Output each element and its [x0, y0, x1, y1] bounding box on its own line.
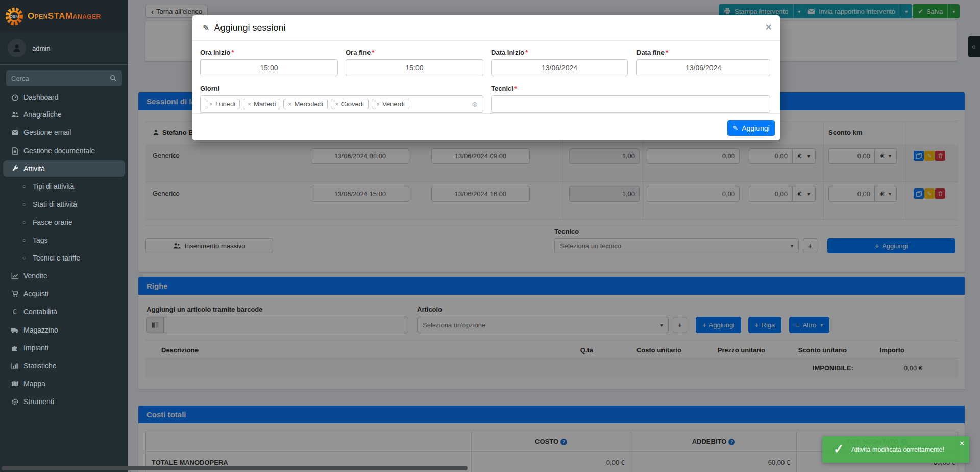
toast-message: Attività modificata correttamente!: [851, 446, 944, 453]
sidebar-item-label: Mappa: [23, 380, 45, 388]
sidebar: OSM OpenSTAManager admin Cerca Dashboard…: [0, 0, 128, 472]
sidebar-item-label: Vendite: [23, 272, 47, 280]
sidebar-item-mappa[interactable]: Mappa: [0, 375, 128, 392]
users-icon: [10, 111, 19, 118]
data-fine-label-text: Data fine: [636, 49, 665, 56]
sidebar-item-label: Gestione email: [23, 128, 71, 136]
sidebar-item-gestione-documentale[interactable]: Gestione documentale: [0, 143, 128, 159]
clear-all-icon[interactable]: ⊗: [472, 100, 478, 108]
envelope-icon: [10, 129, 19, 135]
circle-icon: ○: [19, 219, 29, 225]
circle-icon: ○: [19, 183, 29, 190]
search-placeholder: Cerca: [11, 75, 29, 82]
modal-header: ✎ Aggiungi sessioni: [192, 15, 780, 41]
sidebar-item-dashboard[interactable]: Dashboard: [0, 89, 128, 105]
ora-inizio-label-text: Ora inizio: [200, 49, 230, 56]
tecnici-label: Tecnici*: [491, 85, 517, 92]
brand-header[interactable]: OSM OpenSTAManager: [0, 0, 128, 32]
sidebar-item-vendite[interactable]: Vendite: [0, 268, 128, 284]
sidebar-item-fasce-orarie[interactable]: ○ Fasce orarie: [0, 214, 128, 230]
day-tag-label: Giovedi: [341, 100, 364, 108]
required-asterisk: *: [514, 85, 517, 92]
day-tag-label: Venerdi: [382, 100, 405, 108]
app-window: ‹ Torna all'elenco Stampa intervento ▾ I…: [0, 0, 980, 472]
cart-icon: [10, 290, 19, 297]
sidebar-item-label: Gestione documentale: [23, 147, 95, 155]
tecnici-label-text: Tecnici: [491, 85, 513, 92]
day-tag: ×Giovedi: [331, 99, 369, 109]
ora-fine-input[interactable]: [346, 59, 483, 76]
sidebar-item-magazzino[interactable]: Magazzino: [0, 322, 128, 338]
pencil-square-icon: ✎: [732, 124, 738, 132]
sidebar-item-label: Attività: [23, 164, 45, 173]
day-tag-label: Lunedi: [215, 100, 235, 108]
ora-inizio-input[interactable]: [200, 59, 338, 76]
day-tag: ×Venerdi: [372, 99, 409, 109]
sidebar-item-label: Magazzino: [23, 326, 58, 334]
sidebar-item-impianti[interactable]: Impianti: [0, 340, 128, 356]
sidebar-item-label: Anagrafiche: [23, 110, 62, 119]
ora-fine-label-text: Ora fine: [346, 49, 371, 56]
document-icon: [10, 147, 19, 155]
modal-close-button[interactable]: ×: [765, 20, 772, 34]
remove-tag-icon[interactable]: ×: [288, 101, 291, 108]
data-inizio-label-text: Data inizio: [491, 49, 524, 56]
sidebar-item-attivita[interactable]: Attività: [3, 160, 125, 177]
divider: [0, 64, 128, 65]
required-asterisk: *: [525, 49, 528, 56]
sidebar-subitem-label: Tipi di attività: [33, 182, 74, 191]
remove-tag-icon[interactable]: ×: [376, 101, 380, 108]
sidebar-item-tags[interactable]: ○ Tags: [0, 232, 128, 248]
modal-title: Aggiungi sessioni: [214, 22, 285, 33]
required-asterisk: *: [372, 49, 374, 56]
day-tag-label: Mercoledi: [294, 100, 323, 108]
map-icon: [10, 380, 19, 387]
data-fine-input[interactable]: [636, 59, 770, 76]
truck-icon: [10, 327, 19, 334]
modal-footer-divider: [192, 113, 780, 114]
required-asterisk: *: [231, 49, 234, 56]
sidebar-item-stati-di-attivita[interactable]: ○ Stati di attività: [0, 196, 128, 213]
circle-icon: ○: [19, 201, 29, 207]
modal-submit-button[interactable]: ✎ Aggiungi: [727, 120, 775, 136]
giorni-label: Giorni: [200, 85, 219, 92]
remove-tag-icon[interactable]: ×: [248, 101, 251, 108]
giorni-tag-field[interactable]: ×Lunedi ×Martedi ×Mercoledi ×Giovedi ×Ve…: [200, 95, 483, 113]
sidebar-item-tipi-di-attivita[interactable]: ○ Tipi di attività: [0, 178, 128, 195]
sidebar-subitem-label: Fasce orarie: [33, 218, 72, 226]
sidebar-item-strumenti[interactable]: Strumenti: [0, 393, 128, 410]
sidebar-subitem-label: Tecnici e tariffe: [33, 254, 80, 262]
gear-icon: [10, 398, 19, 406]
wrench-icon: [10, 165, 19, 173]
remove-tag-icon[interactable]: ×: [209, 101, 213, 108]
osm-gear-logo-icon: OSM: [4, 6, 24, 27]
sidebar-item-anagrafiche[interactable]: Anagrafiche: [0, 106, 128, 123]
remove-tag-icon[interactable]: ×: [335, 101, 339, 108]
circle-icon: ○: [19, 255, 29, 261]
sidebar-item-gestione-email[interactable]: Gestione email: [0, 124, 128, 140]
horizontal-scrollbar[interactable]: [2, 466, 468, 470]
sidebar-item-label: Strumenti: [23, 397, 54, 406]
ora-fine-label: Ora fine*: [346, 49, 374, 56]
data-inizio-input[interactable]: [491, 59, 628, 76]
user-icon: [12, 43, 21, 53]
osm-logo-text: OSM: [10, 14, 19, 19]
sidebar-subitem-label: Tags: [33, 236, 48, 244]
sidebar-search[interactable]: Cerca: [6, 70, 122, 86]
euro-icon: €: [10, 308, 19, 316]
check-icon: ✓: [834, 442, 844, 456]
sidebar-item-tecnici-e-tariffe[interactable]: ○ Tecnici e tariffe: [0, 250, 128, 266]
sidebar-item-contabilita[interactable]: € Contabilità: [0, 303, 128, 320]
puzzle-icon: [10, 344, 19, 352]
user-panel[interactable]: admin: [8, 39, 50, 57]
day-tag-label: Martedi: [254, 100, 276, 108]
sidebar-item-acquisti[interactable]: Acquisti: [0, 286, 128, 302]
toast-close-button[interactable]: ×: [960, 439, 964, 447]
chart-line-icon: [10, 272, 19, 279]
sidebar-subitem-label: Stati di attività: [33, 200, 77, 208]
tecnici-input[interactable]: [491, 95, 770, 113]
search-icon[interactable]: [110, 75, 117, 82]
sidebar-item-statistiche[interactable]: Statistiche: [0, 358, 128, 374]
avatar: [8, 39, 26, 57]
bar-chart-icon: [10, 362, 19, 369]
